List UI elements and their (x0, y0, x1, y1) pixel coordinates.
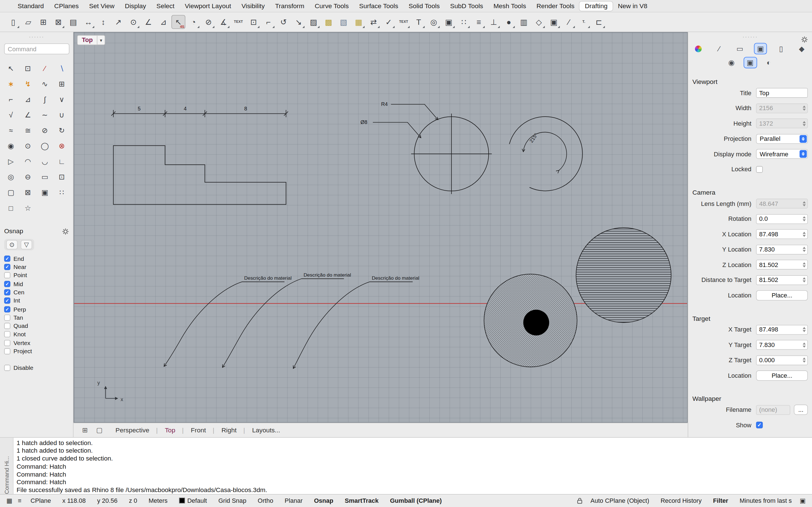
menu-surface-tools[interactable]: Surface Tools (354, 1, 403, 11)
x-target-field[interactable]: 87.498 (756, 325, 808, 335)
projection-select[interactable]: Parallel (756, 134, 808, 144)
z-coordinate[interactable]: z 0 (123, 497, 143, 504)
hatch-lines-icon[interactable]: ≡ (472, 15, 486, 29)
stepper-icon[interactable] (802, 260, 806, 269)
x-location-field[interactable]: 87.498 (756, 229, 808, 239)
new-file-icon[interactable]: ▯ (6, 15, 20, 29)
panel-toggle-icon[interactable]: ▣ (798, 497, 808, 504)
osnap-mid-toggle[interactable]: Mid (4, 280, 69, 287)
menu-cplanes[interactable]: CPlanes (49, 1, 84, 11)
pages-stack-icon[interactable]: ▣ (547, 15, 561, 29)
dim-horizontal-icon[interactable]: ↔ (81, 15, 95, 29)
dim-radius-icon[interactable]: ◔ (186, 15, 200, 29)
menu-mesh-tools[interactable]: Mesh Tools (488, 1, 531, 11)
hatch-solid-icon[interactable]: ▩ (322, 15, 336, 29)
gear-icon[interactable] (801, 36, 808, 43)
blend-curve-icon[interactable]: ≈ (4, 124, 18, 137)
text-dot-icon[interactable]: T. (577, 15, 591, 29)
dim-aligned-icon[interactable]: ↗ (111, 15, 125, 29)
dim-ordinate-icon[interactable]: ⊡ (246, 15, 260, 29)
x-coordinate[interactable]: x 118.08 (57, 497, 91, 504)
distance-to-target-field[interactable]: 81.502 (756, 275, 808, 285)
document-icon[interactable]: ▯ (775, 43, 787, 54)
viewport-grid-icon[interactable]: ⊞ (79, 426, 91, 435)
stepper-icon[interactable] (802, 230, 806, 238)
menu-select[interactable]: Select (151, 1, 180, 11)
menu-transform[interactable]: Transform (270, 1, 310, 11)
select-pointer-icon[interactable]: ↖ (4, 62, 18, 75)
donut-icon[interactable]: ◎ (4, 170, 18, 184)
rounded-rect-icon[interactable]: ▢ (4, 186, 18, 199)
node-points-icon[interactable]: ⊙ (126, 15, 140, 29)
viewport-title-input[interactable] (756, 88, 808, 98)
monitor-icon[interactable]: ▭ (733, 43, 746, 54)
v-curve-icon[interactable]: ∨ (54, 93, 69, 106)
open-layout-icon[interactable]: ⊏ (592, 15, 606, 29)
page-export-icon[interactable]: ⊠ (51, 15, 65, 29)
command-history-tab[interactable]: Command Hi... (0, 438, 13, 494)
right-angle-icon[interactable]: ∟ (54, 155, 69, 168)
osnap-vertex-toggle[interactable]: Vertex (4, 339, 69, 346)
command-list-icon[interactable]: ≡ (14, 497, 25, 504)
menu-new-in-v8[interactable]: New in V8 (613, 1, 652, 11)
z-target-field[interactable]: 0.000 (756, 355, 808, 365)
osnap-perp-toggle[interactable]: Perp (4, 305, 69, 313)
rect-diagonal-icon[interactable]: ⊠ (20, 186, 35, 199)
display-mode-select[interactable]: Wireframe (756, 149, 808, 159)
show-wallpaper-checkbox[interactable] (756, 421, 763, 429)
layer-button[interactable]: Default (173, 497, 213, 504)
menu-standard[interactable]: Standard (12, 1, 49, 11)
stepper-icon[interactable] (802, 341, 806, 349)
planar-toggle[interactable]: Planar (279, 497, 308, 504)
pointer-45-icon[interactable]: ↖4S (171, 15, 186, 29)
viewport-tab-perspective[interactable]: Perspective (108, 427, 157, 434)
locked-checkbox[interactable] (756, 166, 763, 173)
z-location-field[interactable]: 81.502 (756, 260, 808, 270)
ellipse-icon[interactable]: ◯ (38, 139, 52, 153)
sidebar-drag-handle[interactable] (0, 34, 73, 39)
square-tool-icon[interactable]: □ (4, 201, 18, 215)
viewport-tab-top[interactable]: Top (157, 427, 183, 434)
line-hatch-circle[interactable] (576, 228, 671, 323)
osnap-near-toggle[interactable]: Near (4, 263, 69, 270)
light-ball-icon[interactable]: ◐ (763, 57, 775, 68)
rect-center-icon[interactable]: ⊡ (54, 170, 69, 184)
solid-black-circle[interactable] (523, 309, 549, 335)
text-tool-icon[interactable]: TEXT (232, 15, 246, 29)
dim-vertical-icon[interactable]: ↕ (96, 15, 110, 29)
triangle-tool-icon[interactable]: ▷ (4, 155, 18, 168)
command-input[interactable] (4, 43, 69, 54)
menu-viewport-layout[interactable]: Viewport Layout (180, 1, 236, 11)
osnap-knot-toggle[interactable]: Knot (4, 331, 69, 338)
menu-render-tools[interactable]: Render Tools (531, 1, 580, 11)
star-tool-icon[interactable]: ☆ (20, 201, 35, 215)
image-properties-icon[interactable]: ▣ (754, 43, 767, 54)
dot-hatch-circle[interactable] (484, 274, 577, 367)
circle-deform-icon[interactable]: ◉ (4, 139, 18, 153)
menu-set-view[interactable]: Set View (84, 1, 120, 11)
rotation-field[interactable]: 0.0 (756, 214, 808, 224)
menu-display[interactable]: Display (119, 1, 151, 11)
angle-lines-icon[interactable]: ∠ (20, 108, 35, 122)
osnap-project-toggle[interactable]: Project (4, 348, 69, 355)
menu-subd-tools[interactable]: SubD Tools (445, 1, 488, 11)
viewport-frame-icon[interactable]: ▣ (744, 57, 756, 68)
arrowhead-icon[interactable]: ↘ (292, 15, 306, 29)
layout-page-icon[interactable]: ▱ (21, 15, 35, 29)
blue-marker-icon[interactable]: ∖ (54, 62, 69, 75)
curve-arrow-icon[interactable]: ↺ (276, 15, 291, 29)
picture-frame-icon[interactable]: ▣ (38, 186, 52, 199)
osnap-state-icon[interactable]: ⊙ (6, 240, 17, 249)
dim-angle-icon[interactable]: ∡ (216, 15, 231, 29)
osnap-point-toggle[interactable]: Point (4, 272, 69, 279)
perpendicular-marker-icon[interactable]: ⊥ (487, 15, 501, 29)
hatch-diagonal-icon[interactable]: ▨ (306, 15, 320, 29)
stepped-profile[interactable] (113, 146, 286, 205)
education-icon[interactable]: ◆ (795, 43, 808, 54)
minutes-from-last-save[interactable]: Minutes from last s (734, 497, 797, 504)
angle-dimension-arc[interactable] (509, 117, 582, 191)
isometric-cube-icon[interactable]: ◇ (532, 15, 546, 29)
hatch-pattern-icon[interactable]: ▧ (337, 15, 351, 29)
rect-points-icon[interactable]: ⊞ (54, 77, 69, 91)
record-history-toggle[interactable]: Record History (655, 497, 707, 504)
